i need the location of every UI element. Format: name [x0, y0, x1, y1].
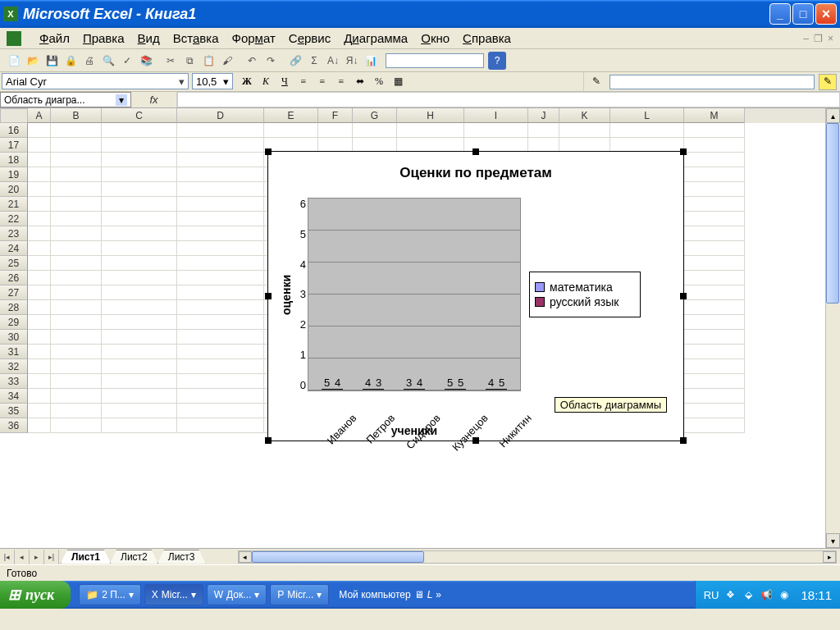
- percent-icon[interactable]: %: [370, 74, 388, 90]
- print-icon[interactable]: 🖨: [80, 52, 98, 70]
- link-icon[interactable]: 🔗: [286, 52, 304, 70]
- col-header-J[interactable]: J: [528, 108, 559, 123]
- undo-icon[interactable]: ↶: [243, 52, 261, 70]
- chart-icon[interactable]: 📊: [362, 52, 380, 70]
- format-painter-icon[interactable]: 🖌: [218, 52, 236, 70]
- row-header-18[interactable]: 18: [0, 153, 28, 167]
- tray-icon-4[interactable]: ◉: [778, 588, 791, 601]
- menu-window[interactable]: Окно: [414, 29, 456, 48]
- underline-button[interactable]: Ч: [276, 74, 294, 90]
- clock[interactable]: 18:11: [801, 588, 832, 602]
- row-header-25[interactable]: 25: [0, 256, 28, 271]
- spell-icon[interactable]: ✓: [118, 52, 136, 70]
- research-icon[interactable]: 📚: [137, 52, 155, 70]
- highlight-icon[interactable]: ✎: [819, 74, 837, 90]
- row-header-24[interactable]: 24: [0, 241, 28, 256]
- resize-handle-se[interactable]: [680, 437, 687, 444]
- resize-handle-n[interactable]: [472, 148, 479, 155]
- align-left-icon[interactable]: ≡: [294, 74, 313, 90]
- row-header-29[interactable]: 29: [0, 315, 28, 330]
- sort-desc-icon[interactable]: Я↓: [343, 52, 361, 70]
- paste-icon[interactable]: 📋: [199, 52, 217, 70]
- taskbar-mycomputer[interactable]: Мой компьютер 🖥 L »: [332, 584, 448, 605]
- tab-prev-button[interactable]: ◂: [15, 550, 30, 564]
- taskbar-item-2[interactable]: WДок...▾: [207, 584, 267, 605]
- doc-minimize-button[interactable]: –: [803, 33, 809, 44]
- tray-icon-3[interactable]: 📢: [760, 588, 773, 601]
- scroll-right-button[interactable]: ▸: [823, 551, 836, 563]
- row-header-32[interactable]: 32: [0, 359, 28, 374]
- col-header-H[interactable]: H: [397, 108, 464, 123]
- menu-insert[interactable]: Вставка: [167, 29, 226, 48]
- row-header-34[interactable]: 34: [0, 389, 28, 404]
- scroll-left-button[interactable]: ◂: [239, 551, 252, 563]
- row-header-26[interactable]: 26: [0, 271, 28, 285]
- row-header-19[interactable]: 19: [0, 167, 28, 182]
- cut-icon[interactable]: ✂: [162, 52, 180, 70]
- select-all-corner[interactable]: [0, 108, 28, 123]
- font-size-select[interactable]: 10,5▾: [192, 73, 233, 89]
- row-header-21[interactable]: 21: [0, 197, 28, 212]
- col-header-D[interactable]: D: [177, 108, 264, 123]
- row-header-28[interactable]: 28: [0, 300, 28, 315]
- tray-icon-2[interactable]: ⬙: [742, 588, 755, 601]
- close-button[interactable]: ×: [815, 3, 837, 25]
- scroll-down-button[interactable]: ▾: [826, 533, 840, 548]
- drawing-input[interactable]: [609, 75, 815, 89]
- autosum-icon[interactable]: Σ: [305, 52, 323, 70]
- formula-input[interactable]: [177, 92, 840, 107]
- tab-first-button[interactable]: |◂: [0, 550, 15, 564]
- row-header-16[interactable]: 16: [0, 123, 28, 138]
- hscroll-thumb[interactable]: [252, 551, 424, 563]
- minimize-button[interactable]: _: [769, 3, 791, 25]
- copy-icon[interactable]: ⧉: [180, 52, 199, 70]
- row-header-27[interactable]: 27: [0, 285, 28, 300]
- doc-close-button[interactable]: ×: [828, 33, 833, 44]
- italic-button[interactable]: К: [257, 74, 275, 90]
- menu-diagram[interactable]: Диаграмма: [337, 29, 414, 48]
- menu-edit[interactable]: Правка: [76, 29, 131, 48]
- help-icon[interactable]: ?: [488, 52, 506, 70]
- row-header-31[interactable]: 31: [0, 345, 28, 359]
- menu-help[interactable]: Справка: [456, 29, 518, 48]
- maximize-button[interactable]: □: [792, 3, 814, 25]
- sort-asc-icon[interactable]: A↓: [324, 52, 342, 70]
- resize-handle-e[interactable]: [680, 293, 687, 299]
- help-search-input[interactable]: [386, 53, 484, 68]
- resize-handle-sw[interactable]: [265, 437, 272, 444]
- col-header-M[interactable]: M: [684, 108, 745, 123]
- col-header-I[interactable]: I: [464, 108, 528, 123]
- menu-service[interactable]: Сервис: [282, 29, 337, 48]
- tab-sheet2[interactable]: Лист2: [110, 550, 158, 564]
- taskbar-item-3[interactable]: PMicr...▾: [270, 584, 329, 605]
- scroll-up-button[interactable]: ▴: [826, 108, 840, 123]
- tab-sheet3[interactable]: Лист3: [158, 550, 206, 564]
- lang-indicator[interactable]: RU: [704, 589, 719, 601]
- col-header-L[interactable]: L: [610, 108, 684, 123]
- resize-handle-ne[interactable]: [680, 148, 687, 155]
- menu-view[interactable]: Вид: [131, 29, 167, 48]
- doc-restore-button[interactable]: ❐: [814, 33, 823, 44]
- bold-button[interactable]: Ж: [238, 74, 256, 90]
- row-header-35[interactable]: 35: [0, 404, 28, 418]
- vertical-scrollbar[interactable]: ▴ ▾: [825, 108, 840, 548]
- tab-next-button[interactable]: ▸: [30, 550, 44, 564]
- open-icon[interactable]: 📂: [24, 52, 42, 70]
- col-header-K[interactable]: K: [559, 108, 610, 123]
- resize-handle-nw[interactable]: [265, 148, 272, 155]
- borders-icon[interactable]: ▦: [389, 74, 407, 90]
- row-header-20[interactable]: 20: [0, 182, 28, 197]
- save-icon[interactable]: 💾: [43, 52, 61, 70]
- col-header-E[interactable]: E: [264, 108, 318, 123]
- resize-handle-w[interactable]: [265, 293, 272, 299]
- resize-handle-s[interactable]: [472, 437, 479, 444]
- col-header-A[interactable]: A: [28, 108, 51, 123]
- horizontal-scrollbar[interactable]: ◂ ▸: [238, 550, 837, 564]
- new-icon[interactable]: 📄: [5, 52, 23, 70]
- col-header-G[interactable]: G: [353, 108, 397, 123]
- align-right-icon[interactable]: ≡: [332, 74, 350, 90]
- col-header-C[interactable]: C: [102, 108, 177, 123]
- fx-label[interactable]: fx: [131, 92, 177, 107]
- taskbar-item-0[interactable]: 📁2 П...▾: [79, 584, 141, 605]
- start-button[interactable]: ⊞пуск: [0, 581, 71, 609]
